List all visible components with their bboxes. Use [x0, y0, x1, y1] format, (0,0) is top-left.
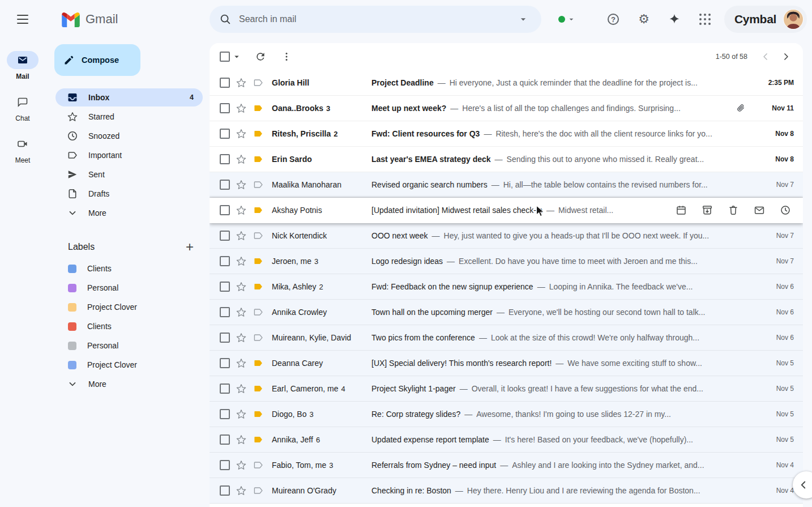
email-select-checkbox[interactable]	[220, 307, 230, 317]
star-icon[interactable]	[234, 331, 248, 344]
email-row[interactable]: Nick Kortendick OOO next week—Hey, just …	[210, 223, 803, 249]
star-icon[interactable]	[234, 152, 248, 166]
importance-marker-icon[interactable]	[251, 433, 265, 446]
email-row[interactable]: Maalika Manoharan Revised organic search…	[210, 172, 803, 198]
email-row[interactable]: Diogo, Bo3 Re: Corp strategy slides?—Awe…	[210, 402, 803, 427]
email-select-checkbox[interactable]	[220, 409, 230, 419]
add-label-button[interactable]: +	[181, 240, 198, 254]
importance-marker-icon[interactable]	[251, 305, 265, 319]
rail-item-chat[interactable]: Chat	[0, 93, 45, 122]
importance-marker-icon[interactable]	[251, 229, 265, 242]
importance-marker-icon[interactable]	[251, 127, 265, 140]
label-item[interactable]: Clients	[55, 317, 203, 335]
search-input[interactable]	[238, 14, 511, 25]
star-icon[interactable]	[234, 356, 248, 370]
rail-item-mail[interactable]: Mail	[0, 51, 45, 80]
importance-marker-icon[interactable]	[251, 331, 265, 344]
email-row[interactable]: Muireann O'Grady Checking in re: Boston—…	[210, 478, 803, 504]
star-icon[interactable]	[234, 127, 248, 140]
email-select-checkbox[interactable]	[220, 384, 230, 394]
sidebar-item-important[interactable]: Important	[55, 146, 203, 164]
search-icon[interactable]	[213, 7, 238, 32]
older-page-chevron-icon[interactable]	[776, 46, 796, 67]
star-icon[interactable]	[234, 101, 248, 115]
archive-icon[interactable]	[701, 204, 713, 216]
email-select-checkbox[interactable]	[220, 282, 230, 292]
email-select-checkbox[interactable]	[220, 205, 230, 215]
star-icon[interactable]	[234, 305, 248, 319]
importance-marker-icon[interactable]	[251, 484, 265, 497]
label-item[interactable]: Clients	[55, 259, 203, 278]
gemini-sparkle-icon[interactable]	[663, 8, 686, 31]
importance-marker-icon[interactable]	[251, 382, 265, 395]
email-row[interactable]: Muireann, Kylie, David Two pics from the…	[210, 325, 803, 351]
email-row[interactable]: Gloria Hill Project Deadline—Hi everyone…	[210, 70, 803, 96]
label-item[interactable]: Personal	[55, 279, 203, 297]
email-select-checkbox[interactable]	[220, 154, 230, 164]
settings-gear-icon[interactable]: ⚙	[632, 8, 655, 31]
label-item[interactable]: Project Clover	[55, 356, 203, 374]
importance-marker-icon[interactable]	[251, 458, 265, 472]
importance-marker-icon[interactable]	[251, 178, 265, 191]
importance-marker-icon[interactable]	[251, 101, 265, 115]
star-icon[interactable]	[234, 407, 248, 421]
email-select-checkbox[interactable]	[220, 78, 230, 88]
star-icon[interactable]	[234, 76, 248, 90]
email-row[interactable]: Ritesh, Priscilla2 Fwd: Client resources…	[210, 121, 803, 147]
email-select-checkbox[interactable]	[220, 358, 230, 368]
label-item[interactable]: Personal	[55, 336, 203, 355]
account-avatar[interactable]	[783, 9, 804, 29]
sidebar-item-drafts[interactable]: Drafts	[55, 185, 203, 203]
main-menu-icon[interactable]	[9, 6, 36, 33]
sidebar-item-inbox[interactable]: Inbox 4	[55, 88, 203, 106]
importance-marker-icon[interactable]	[251, 152, 265, 166]
email-select-checkbox[interactable]	[220, 103, 230, 113]
importance-marker-icon[interactable]	[251, 356, 265, 370]
email-row[interactable]: Fabio, Tom, me3 Referrals from Sydney – …	[210, 453, 803, 478]
status-indicator[interactable]	[558, 14, 576, 25]
newer-page-chevron-icon[interactable]	[755, 46, 776, 67]
email-row[interactable]: Annika Crowley Town hall on the upcoming…	[210, 300, 803, 325]
help-icon[interactable]: ?	[602, 8, 625, 31]
sidebar-item-sent[interactable]: Sent	[55, 165, 203, 184]
star-icon[interactable]	[234, 280, 248, 293]
search-options-caret-icon[interactable]	[511, 7, 536, 32]
importance-marker-icon[interactable]	[251, 280, 265, 293]
select-all-checkbox[interactable]	[220, 52, 230, 62]
star-icon[interactable]	[234, 178, 248, 191]
importance-marker-icon[interactable]	[251, 203, 265, 217]
importance-marker-icon[interactable]	[251, 407, 265, 421]
importance-marker-icon[interactable]	[251, 76, 265, 90]
email-select-checkbox[interactable]	[220, 434, 230, 445]
delete-icon[interactable]	[727, 204, 740, 216]
email-select-checkbox[interactable]	[220, 231, 230, 241]
email-select-checkbox[interactable]	[220, 180, 230, 190]
google-apps-grid-icon[interactable]	[694, 8, 716, 31]
email-row[interactable]: Earl, Cameron, me4 Project Skylight 1-pa…	[210, 376, 803, 402]
importance-marker-icon[interactable]	[251, 254, 265, 268]
rail-item-meet[interactable]: Meet	[0, 135, 45, 164]
email-row[interactable]: Deanna Carey [UX] Special delivery! This…	[210, 351, 803, 376]
calendar-icon[interactable]	[675, 204, 687, 216]
email-select-checkbox[interactable]	[220, 485, 230, 496]
star-icon[interactable]	[234, 484, 248, 497]
sidebar-item-more[interactable]: More	[55, 204, 203, 222]
mark-unread-icon[interactable]	[753, 204, 766, 216]
star-icon[interactable]	[234, 382, 248, 395]
email-select-checkbox[interactable]	[220, 333, 230, 343]
snooze-icon[interactable]	[779, 204, 792, 216]
label-item[interactable]: Project Clover	[55, 298, 203, 316]
email-select-checkbox[interactable]	[220, 129, 230, 139]
star-icon[interactable]	[234, 254, 248, 268]
email-row[interactable]: Annika, Jeff6 Updated expense report tem…	[210, 427, 803, 453]
email-row[interactable]: Oana..Brooks3 Meet up next week?—Here's …	[210, 96, 803, 121]
sidebar-item-starred[interactable]: Starred	[55, 108, 203, 126]
more-options-icon[interactable]	[275, 45, 298, 68]
refresh-button[interactable]	[249, 45, 272, 68]
star-icon[interactable]	[234, 203, 248, 217]
sidebar-labels-more[interactable]: More	[55, 375, 203, 393]
email-row[interactable]: Akshay Potnis [Updated invitation] Midwe…	[210, 198, 803, 223]
email-select-checkbox[interactable]	[220, 460, 230, 470]
email-row[interactable]: Mika, Ashley2 Fwd: Feedback on the new s…	[210, 274, 803, 300]
select-caret-icon[interactable]	[231, 51, 242, 62]
